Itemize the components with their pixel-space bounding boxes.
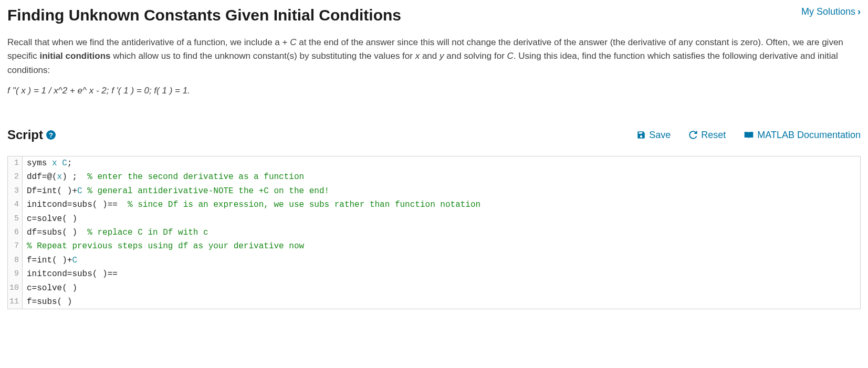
line-number: 2	[8, 170, 23, 184]
code-line[interactable]: 5 c=solve( )	[8, 212, 860, 226]
code-content[interactable]: initcond=subs( )== % since Df is an expr…	[23, 198, 480, 212]
my-solutions-link[interactable]: My Solutions ›	[801, 6, 861, 17]
variable-C: C	[507, 51, 514, 61]
my-solutions-label: My Solutions	[801, 6, 855, 17]
variable-y: y	[440, 51, 444, 61]
code-line[interactable]: 3 Df=int( )+C % general antiderivative-N…	[8, 184, 860, 198]
line-number: 7	[8, 239, 23, 253]
code-line[interactable]: 4 initcond=subs( )== % since Df is an ex…	[8, 198, 860, 212]
line-number: 11	[8, 295, 23, 309]
code-editor[interactable]: 1 syms x C; 2 ddf=@(x) ; % enter the sec…	[7, 156, 861, 309]
docs-label: MATLAB Documentation	[757, 130, 861, 141]
help-icon[interactable]: ?	[46, 130, 56, 140]
code-line[interactable]: 1 syms x C;	[8, 156, 860, 170]
code-line[interactable]: 8 f=int( )+C	[8, 254, 860, 267]
save-label: Save	[649, 130, 671, 141]
line-number: 4	[8, 198, 23, 212]
matlab-docs-button[interactable]: MATLAB Documentation	[744, 130, 861, 141]
reset-button[interactable]: Reset	[688, 130, 726, 141]
text-fragment: and	[420, 51, 440, 61]
bold-initial-conditions: initial conditions	[39, 51, 110, 61]
problem-description: Recall that when we find the antiderivat…	[7, 36, 861, 77]
page-title: Finding Unknown Constants Given Initial …	[7, 6, 401, 24]
code-content[interactable]: initcond=subs( )==	[23, 267, 118, 281]
code-line[interactable]: 10 c=solve( )	[8, 281, 860, 295]
line-number: 8	[8, 254, 23, 267]
save-icon	[636, 130, 646, 140]
reset-label: Reset	[701, 130, 726, 141]
code-content[interactable]: c=solve( )	[23, 212, 77, 226]
variable-C: C	[290, 37, 296, 47]
script-title-text: Script	[7, 128, 43, 142]
save-button[interactable]: Save	[636, 130, 671, 141]
reset-icon	[688, 130, 698, 140]
code-content[interactable]: c=solve( )	[23, 281, 77, 295]
code-content[interactable]: f=subs( )	[23, 295, 72, 309]
book-icon	[744, 130, 754, 140]
code-line[interactable]: 9 initcond=subs( )==	[8, 267, 860, 281]
code-content[interactable]: Df=int( )+C % general antiderivative-NOT…	[23, 184, 329, 198]
variable-x: x	[415, 51, 420, 61]
code-content[interactable]: df=subs( ) % replace C in Df with c	[23, 226, 208, 239]
code-content[interactable]: ddf=@(x) ; % enter the second derivative…	[23, 170, 304, 184]
line-number: 10	[8, 281, 23, 295]
chevron-right-icon: ›	[857, 6, 861, 17]
text-fragment: Recall that when we find the antiderivat…	[7, 37, 290, 47]
script-heading: Script ?	[7, 128, 56, 142]
equation: f ''( x ) = 1 / x^2 + e^ x - 2; f '( 1 )…	[7, 86, 861, 96]
line-number: 9	[8, 267, 23, 281]
line-number: 1	[8, 156, 23, 170]
line-number: 6	[8, 226, 23, 239]
script-actions: Save Reset MATLAB Documentation	[636, 130, 861, 141]
code-content[interactable]: syms x C;	[23, 156, 72, 170]
code-content[interactable]: f=int( )+C	[23, 254, 77, 267]
line-number: 3	[8, 184, 23, 198]
line-number: 5	[8, 212, 23, 226]
code-line[interactable]: 11 f=subs( )	[8, 295, 860, 309]
text-fragment: and solving for	[444, 51, 507, 61]
code-line[interactable]: 2 ddf=@(x) ; % enter the second derivati…	[8, 170, 860, 184]
code-line[interactable]: 6 df=subs( ) % replace C in Df with c	[8, 226, 860, 239]
code-content[interactable]: % Repeat previous steps using df as your…	[23, 239, 304, 253]
text-fragment: which allow us to find the unknown const…	[110, 51, 415, 61]
code-line[interactable]: 7 % Repeat previous steps using df as yo…	[8, 239, 860, 253]
